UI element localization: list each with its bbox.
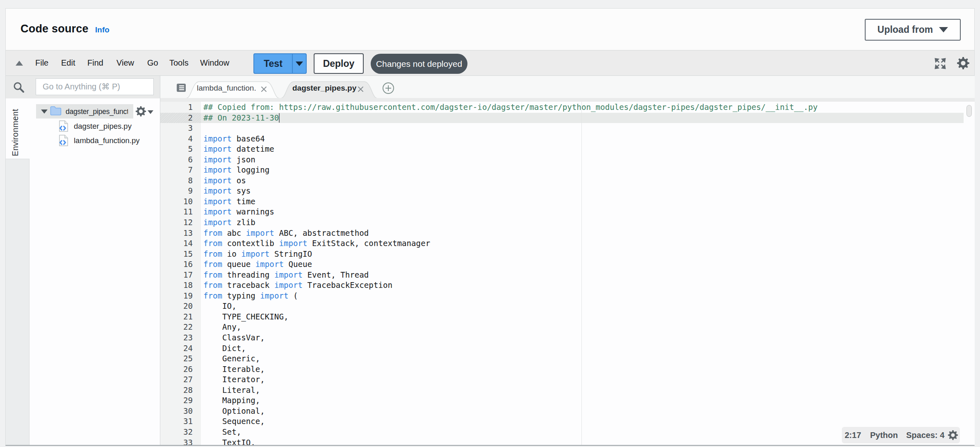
gutter-line-number[interactable]: 3 [160, 123, 201, 134]
code-line[interactable]: import zlib [203, 217, 818, 228]
gutter-line-number[interactable]: 28 [160, 385, 201, 396]
vertical-scrollbar-thumb[interactable] [966, 105, 972, 117]
code-line[interactable]: import logging [203, 165, 818, 176]
gutter-line-number[interactable]: 1 [160, 102, 201, 113]
gutter-line-number[interactable]: 6 [160, 155, 201, 165]
tab-label[interactable]: lambda_function. [197, 84, 256, 93]
collapse-panel-icon[interactable] [16, 61, 23, 66]
folder-icon[interactable] [50, 105, 62, 116]
tab-close-icon[interactable] [260, 86, 267, 93]
test-button-label[interactable]: Test [254, 54, 292, 73]
gutter-line-number[interactable]: 30 [160, 406, 201, 417]
code-line[interactable]: from io import StringIO [203, 249, 818, 260]
gutter-line-number[interactable]: 33 [160, 438, 201, 445]
fullscreen-icon[interactable] [934, 57, 946, 70]
gutter-line-number[interactable]: 31 [160, 416, 201, 427]
gutter-line-number[interactable]: 23 [160, 333, 201, 343]
language-status[interactable]: Python [870, 431, 898, 440]
tab-dagster-pipes[interactable]: dagster_pipes.py [281, 81, 377, 98]
gutter-line-number[interactable]: 12 [160, 217, 201, 228]
menu-go[interactable]: Go [147, 58, 158, 68]
info-link[interactable]: Info [95, 25, 109, 34]
code-line[interactable]: Iterator, [203, 374, 818, 385]
code-line[interactable]: import base64 [203, 134, 818, 144]
gutter-line-number[interactable]: 13 [160, 228, 201, 239]
file-name[interactable]: lambda_function.py [74, 136, 139, 145]
code-line[interactable]: from contextlib import ExitStack, contex… [203, 238, 818, 249]
folder-disclosure-icon[interactable] [41, 109, 48, 114]
goto-anything-input[interactable] [36, 78, 154, 95]
code-line[interactable]: import sys [203, 186, 818, 196]
code-line[interactable]: import os [203, 176, 818, 186]
code-line[interactable]: Any, [203, 322, 818, 333]
code-line[interactable]: import json [203, 155, 818, 165]
gutter-line-number[interactable]: 16 [160, 259, 201, 270]
gutter-line-number[interactable]: 9 [160, 186, 201, 196]
gutter-line-number[interactable]: 24 [160, 343, 201, 354]
code-line[interactable]: from threading import Event, Thread [203, 270, 818, 281]
tab-close-icon[interactable] [357, 86, 364, 93]
test-button[interactable]: Test [253, 53, 307, 74]
menu-view[interactable]: View [116, 58, 134, 68]
gutter-line-number[interactable]: 15 [160, 249, 201, 260]
folder-name[interactable]: dagster_pipes_function [66, 107, 128, 116]
gutter-line-number[interactable]: 29 [160, 395, 201, 406]
gutter-line-number[interactable]: 25 [160, 353, 201, 364]
gutter-line-number[interactable]: 26 [160, 364, 201, 375]
gutter-line-number[interactable]: 22 [160, 322, 201, 333]
code-line[interactable] [203, 123, 818, 134]
code-line[interactable]: from traceback import TracebackException [203, 280, 818, 291]
code-line[interactable]: ClassVar, [203, 333, 818, 343]
file-name[interactable]: dagster_pipes.py [74, 122, 132, 131]
gutter-line-number[interactable]: 20 [160, 301, 201, 312]
code-line[interactable]: TextIO, [203, 438, 818, 445]
menu-edit[interactable]: Edit [61, 58, 75, 68]
code-line[interactable]: import datetime [203, 144, 818, 155]
tab-label[interactable]: dagster_pipes.py [292, 84, 356, 93]
code-line[interactable]: TYPE_CHECKING, [203, 312, 818, 322]
menu-window[interactable]: Window [200, 58, 229, 68]
tab-lambda-function[interactable]: lambda_function. [186, 81, 279, 98]
gutter-line-number[interactable]: 17 [160, 270, 201, 281]
code-line[interactable]: Dict, [203, 343, 818, 354]
menu-tools[interactable]: Tools [169, 58, 189, 68]
gutter-line-number[interactable]: 7 [160, 165, 201, 176]
gutter-line-number[interactable]: 2 [160, 113, 201, 123]
status-gear-icon[interactable] [948, 430, 958, 440]
gutter-line-number[interactable]: 32 [160, 427, 201, 438]
gutter-line-number[interactable]: 5 [160, 144, 201, 155]
code-content[interactable]: ## Copied from: https://raw.githubuserco… [203, 102, 818, 445]
code-line[interactable]: from typing import ( [203, 291, 818, 301]
code-line[interactable]: Optional, [203, 406, 818, 417]
cursor-position-status[interactable]: 2:17 [845, 431, 861, 440]
test-dropdown-button[interactable] [292, 54, 306, 73]
upload-from-button[interactable]: Upload from [865, 19, 961, 41]
gutter-line-number[interactable]: 10 [160, 196, 201, 207]
gutter-line-number[interactable]: 8 [160, 176, 201, 186]
code-line[interactable]: ## On 2023-11-30 [203, 113, 818, 123]
environment-tab[interactable]: Environment [11, 103, 20, 156]
indentation-status[interactable]: Spaces: 4 [906, 431, 944, 440]
settings-gear-icon[interactable] [957, 57, 970, 70]
gutter-line-number[interactable]: 14 [160, 238, 201, 249]
code-line[interactable]: import warnings [203, 207, 818, 217]
code-line[interactable]: from queue import Queue [203, 259, 818, 270]
tab-list-icon[interactable] [176, 83, 186, 92]
code-line[interactable]: Iterable, [203, 364, 818, 375]
gutter-line-number[interactable]: 18 [160, 280, 201, 291]
gutter-line-number[interactable]: 27 [160, 374, 201, 385]
gutter-line-number[interactable]: 21 [160, 312, 201, 322]
gutter-line-number[interactable]: 19 [160, 291, 201, 301]
code-line[interactable]: Sequence, [203, 416, 818, 427]
tree-settings-gear-icon[interactable] [135, 106, 146, 117]
code-line[interactable]: Mapping, [203, 395, 818, 406]
code-editor[interactable]: 1234567891011121314151617181920212223242… [160, 102, 975, 445]
gutter-line-number[interactable]: 11 [160, 207, 201, 217]
new-tab-plus-icon[interactable] [382, 82, 394, 94]
deploy-button[interactable]: Deploy [314, 53, 364, 74]
menu-file[interactable]: File [35, 58, 48, 68]
menu-find[interactable]: Find [87, 58, 103, 68]
code-line[interactable]: Literal, [203, 385, 818, 396]
code-line[interactable]: ## Copied from: https://raw.githubuserco… [203, 102, 818, 113]
code-line[interactable]: from abc import ABC, abstractmethod [203, 228, 818, 239]
